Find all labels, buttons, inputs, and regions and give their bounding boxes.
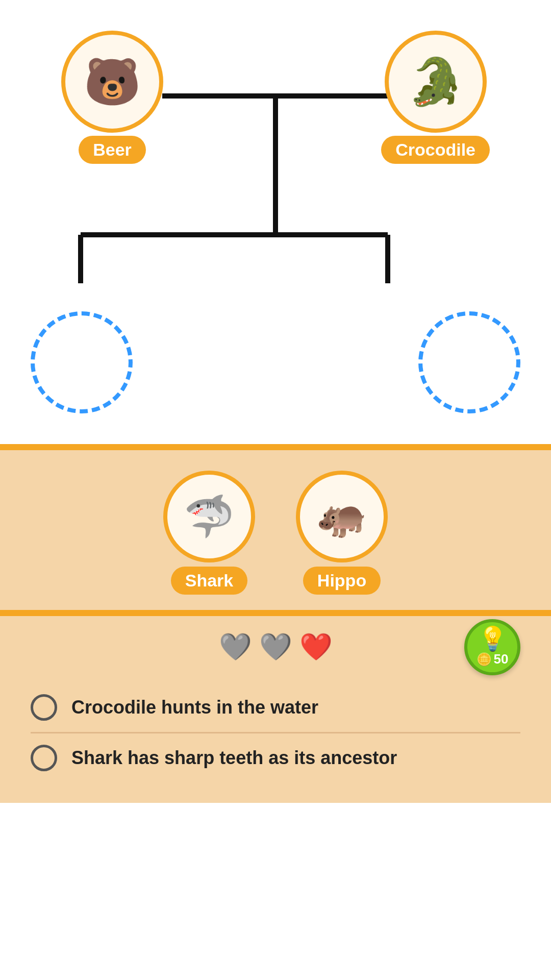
choice-hippo[interactable]: 🦛 Hippo	[296, 471, 388, 595]
radio-2[interactable]	[31, 745, 57, 771]
bear-circle: 🐻	[61, 31, 163, 133]
option-text-2: Shark has sharp teeth as its ancestor	[71, 747, 397, 769]
hint-cost-display: 🪙 50	[477, 651, 509, 667]
coin-icon: 🪙	[477, 652, 492, 667]
hippo-circle: 🦛	[296, 471, 388, 562]
hint-cost-text: 50	[494, 651, 509, 667]
empty-child-left[interactable]	[31, 311, 133, 413]
heart-3: ❤️	[299, 631, 333, 663]
heart-2: 🩶	[259, 631, 292, 663]
hearts-display: 🩶 🩶 ❤️	[219, 631, 333, 663]
croc-label: Crocodile	[381, 136, 490, 164]
hippo-label: Hippo	[303, 567, 381, 595]
bear-icon: 🐻	[84, 55, 141, 109]
empty-child-right[interactable]	[418, 311, 520, 413]
option-text-1: Crocodile hunts in the water	[71, 697, 318, 718]
parent-bear-node: 🐻 Beer	[61, 31, 163, 164]
shark-label: Shark	[171, 567, 248, 595]
choice-shark[interactable]: 🦈 Shark	[163, 471, 255, 595]
hippo-icon: 🦛	[316, 493, 367, 541]
hint-button[interactable]: 💡 🪙 50	[464, 619, 520, 675]
croc-icon: 🐊	[407, 55, 464, 109]
croc-circle: 🐊	[385, 31, 487, 133]
top-divider	[0, 444, 551, 450]
shark-circle: 🦈	[163, 471, 255, 562]
shark-icon: 🦈	[184, 493, 235, 541]
quiz-option-2[interactable]: Shark has sharp teeth as its ancestor	[31, 733, 520, 782]
parent-croc-node: 🐊 Crocodile	[381, 31, 490, 164]
choices-section: 🦈 Shark 🦛 Hippo	[0, 450, 551, 616]
lightbulb-icon: 💡	[478, 627, 507, 650]
bear-label: Beer	[79, 136, 146, 164]
quiz-option-1[interactable]: Crocodile hunts in the water	[31, 683, 520, 733]
lives-row: 🩶 🩶 ❤️ 💡 🪙 50	[31, 631, 520, 663]
bottom-section: 🩶 🩶 ❤️ 💡 🪙 50 Crocodile hunts in the wat…	[0, 616, 551, 803]
heart-1: 🩶	[219, 631, 252, 663]
radio-1[interactable]	[31, 694, 57, 721]
tree-section: 🐻 Beer 🐊 Crocodile	[0, 0, 551, 444]
